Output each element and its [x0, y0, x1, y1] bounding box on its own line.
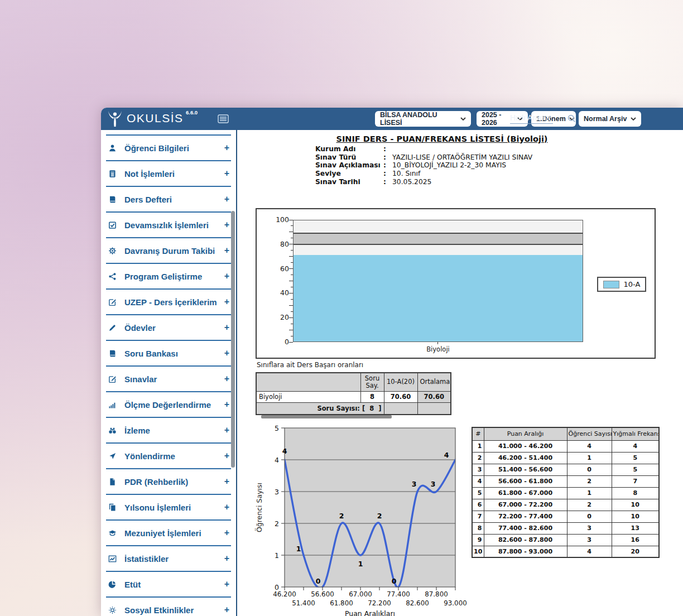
location-arrow-icon: [108, 452, 117, 460]
sidebar-toggle-icon[interactable]: [218, 114, 229, 123]
expand-plus-icon: +: [224, 374, 229, 384]
table-row: 141.000 - 46.20044: [472, 440, 659, 452]
y-axis-tick: [289, 268, 293, 269]
search-input[interactable]: [510, 112, 553, 124]
column-header: 10-A(20): [384, 373, 417, 391]
info-label: Sınav Türü: [315, 153, 383, 162]
sidebar-item-label: Not İşlemleri: [124, 169, 224, 179]
student-count-cell: 2: [567, 475, 612, 487]
table-row: 351.400 - 56.60005: [472, 464, 659, 475]
y-axis-tick: [291, 287, 293, 287]
okulsis-logo-icon: [105, 109, 124, 128]
sidebar-item-davran-durum-takibi[interactable]: Davranış Durum Takibi+: [106, 238, 231, 264]
page-title: SINIF DERS - PUAN/FREKANS LİSTESİ (Biyol…: [238, 134, 646, 143]
sidebar-item-i-statistikler[interactable]: İstatistikler+: [106, 546, 231, 572]
sidebar-item-devler[interactable]: Ödevler+: [106, 315, 231, 341]
table-scrollbar[interactable]: [261, 415, 392, 418]
sidebar-item-s-navlar[interactable]: Sınavlar+: [106, 367, 231, 392]
expand-plus-icon: +: [224, 220, 229, 230]
expand-plus-icon: +: [224, 425, 229, 435]
sidebar-item-y-lsonu-i-lemleri[interactable]: Yılsonu İşlemleri+: [106, 495, 231, 521]
bar-10a: [294, 255, 583, 341]
svg-text:3: 3: [275, 488, 279, 496]
sidebar-item-program-geli-tirme[interactable]: Program Geliştirme+: [106, 264, 231, 290]
svg-text:1: 1: [358, 560, 363, 568]
expand-plus-icon: +: [224, 502, 229, 512]
y-axis-tick: [289, 330, 293, 330]
sidebar-item-et-t[interactable]: Etüt+: [106, 572, 231, 598]
sidebar-item-label: Öğrenci Bilgileri: [124, 143, 224, 153]
school-select[interactable]: BİLSA ANADOLU LİSESİ: [375, 111, 471, 127]
expand-plus-icon: +: [224, 297, 229, 307]
info-row: Sınav Açıklaması:10_BİYOLOJİ_YAZILI 2-2_…: [315, 161, 532, 170]
table-row: 1087.800 - 93.000420: [472, 546, 659, 557]
row-index-cell: 1: [472, 440, 484, 452]
row-index-cell: 3: [472, 464, 484, 475]
sidebar-item-label: Ders Defteri: [124, 195, 224, 204]
sidebar-item-l-me-de-erlendirme[interactable]: Ölçme Değerlendirme+: [106, 392, 231, 418]
search-icon[interactable]: [567, 114, 576, 123]
sidebar-item-not-i-lemleri[interactable]: Not İşlemleri+: [106, 161, 231, 187]
archive-value: Normal Arşiv: [584, 115, 627, 123]
row-index-cell: 8: [472, 522, 484, 534]
score-range-cell: 87.800 - 93.000: [484, 546, 567, 557]
sidebar-item-ders-defteri[interactable]: Ders Defteri+: [106, 187, 231, 213]
score-range-cell: 82.600 - 87.800: [484, 534, 567, 546]
sidebar-item-renci-bilgileri[interactable]: Öğrenci Bilgileri+: [106, 134, 231, 161]
x-axis-tick: [437, 342, 438, 344]
school-year-value: 2025 - 2026: [482, 111, 514, 127]
svg-text:2: 2: [377, 512, 382, 520]
frequency-table: #Puan AralığıÖğrenci SayısıYığmalı Freka…: [472, 427, 660, 558]
expand-plus-icon: +: [224, 451, 229, 461]
y-axis-tick: [289, 305, 293, 306]
sidebar-item-soru-bankas[interactable]: Soru Bankası+: [106, 341, 231, 367]
sidebar-item-y-nlendirme[interactable]: Yönlendirme+: [106, 444, 231, 469]
book-icon: [108, 195, 117, 204]
expand-plus-icon: +: [224, 554, 229, 564]
app-window: OKULSİS 6.6.0 BİLSA ANADOLU LİSESİ: [101, 108, 683, 616]
svg-text:2: 2: [275, 519, 279, 528]
page-background: OKULSİS 6.6.0 BİLSA ANADOLU LİSESİ: [0, 0, 683, 616]
success-rate-table: Soru Say. 10-A(20) Ortalama Biyoloji 8 7…: [256, 372, 451, 415]
archive-select[interactable]: Normal Arşiv: [579, 111, 641, 127]
info-value: YAZILI-LISE / ORTAÖĞRETİM YAZILI SINAV: [392, 153, 532, 162]
sidebar-item-sosyal-etkinlikler[interactable]: Sosyal Etkinlikler+: [106, 598, 231, 616]
y-axis-tick: [291, 262, 293, 263]
sidebar-item-label: Ödevler: [124, 323, 224, 333]
chevron-down-icon: [631, 117, 636, 121]
share-nodes-icon: [108, 272, 117, 281]
expand-plus-icon: +: [224, 477, 229, 487]
sidebar-menu: Öğrenci Bilgileri+Not İşlemleri+Ders Def…: [101, 134, 236, 616]
student-count-cell: 4: [567, 440, 612, 452]
threshold-band: [294, 233, 583, 245]
binoculars-icon: [108, 426, 117, 435]
sidebar-item-uzep-ders-i-eriklerim[interactable]: UZEP - Ders İçeriklerim+: [106, 290, 231, 315]
sun-icon: [108, 606, 117, 614]
chart-line-icon: [108, 555, 117, 563]
score-range-cell: 77.400 - 82.600: [484, 522, 567, 534]
svg-text:82.600: 82.600: [406, 599, 429, 607]
sidebar-item-devams-zl-k-i-lemleri[interactable]: Devamsızlık İşlemleri+: [106, 213, 231, 238]
sidebar-item-label: Sosyal Etkinlikler: [124, 605, 224, 615]
y-axis-tick: [291, 299, 293, 300]
y-axis-tick: [291, 238, 293, 238]
row-index-cell: 10: [472, 546, 484, 557]
y-axis-tick-label: 20: [270, 313, 289, 321]
score-range-cell: 56.600 - 61.800: [484, 475, 567, 487]
expand-plus-icon: +: [224, 143, 229, 153]
sidebar-item-pdr-rehberlik[interactable]: PDR (Rehberlik)+: [106, 469, 231, 495]
frequency-chart-svg: 012345446.200151.400056.600261.800167.00…: [253, 422, 470, 616]
sidebar-item-i-zleme[interactable]: İzleme+: [106, 418, 231, 444]
score-range-cell: 41.000 - 46.200: [484, 440, 567, 452]
expand-plus-icon: +: [224, 323, 229, 333]
frequency-line-chart: 012345446.200151.400056.600261.800167.00…: [253, 422, 470, 616]
y-axis-tick: [291, 311, 293, 312]
expand-plus-icon: +: [224, 400, 229, 410]
sidebar-item-mezuniyet-i-lemleri[interactable]: Mezuniyet İşlemleri+: [106, 521, 231, 546]
student-count-cell: 3: [567, 522, 612, 534]
sidebar-scrollbar[interactable]: [231, 211, 235, 468]
y-axis-tick: [289, 342, 293, 343]
frequency-table-header: #Puan AralığıÖğrenci SayısıYığmalı Freka…: [472, 427, 659, 440]
cumulative-frequency-cell: 5: [612, 452, 659, 464]
table-row: 456.600 - 61.80027: [472, 475, 659, 487]
